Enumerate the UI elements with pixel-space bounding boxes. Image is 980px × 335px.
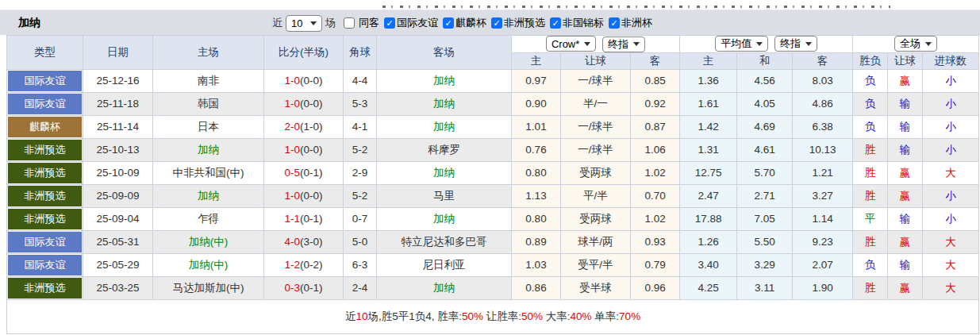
matches-table-wrap: 类型 日期 主场 比分(半场) 角球 客场 Crow* 终指 xyxy=(0,35,980,334)
summary-text: 大率: xyxy=(543,310,571,322)
col-away: 客场 xyxy=(377,36,512,70)
matches-label: 场 xyxy=(325,16,336,30)
match-type-badge: 国际友谊 xyxy=(8,255,82,275)
match-type-badge: 非洲预选 xyxy=(8,209,82,229)
ah-away-odds-cell: 0.85 xyxy=(631,69,680,92)
eu-away-odds-cell: 6.38 xyxy=(793,115,853,138)
checkbox-checked-icon[interactable]: ✓ xyxy=(443,17,454,29)
col-eu-away: 客 xyxy=(793,52,853,69)
filter-checkbox-label[interactable]: 国际友谊 xyxy=(397,16,438,30)
corner-cell: 0-7 xyxy=(344,207,377,230)
match-type-badge: 国际友谊 xyxy=(8,71,82,91)
filter-checkbox-label[interactable]: 同客 xyxy=(359,16,379,30)
wl-result-cell: 负 xyxy=(853,253,888,276)
summary-value: 40% xyxy=(571,310,592,322)
filter-checkboxes: 同客✓国际友谊✓麒麟杯✓非洲预选✓非国锦标✓非洲杯 xyxy=(339,16,652,30)
match-type-badge: 非洲预选 xyxy=(8,163,82,183)
handicap-result-cell: 赢 xyxy=(888,69,923,92)
clipped-text-remnant xyxy=(382,6,890,8)
ah-line-cell: 一/球半 xyxy=(561,138,631,161)
handicap-result-cell: 输 xyxy=(888,92,923,115)
ah-source-select[interactable]: Crow* xyxy=(546,36,596,52)
eu-stage-select[interactable]: 终指 xyxy=(774,36,817,52)
match-type-cell: 非洲预选 xyxy=(7,184,83,207)
col-ah-away: 客 xyxy=(631,52,680,69)
filter-checkbox-label[interactable]: 非洲杯 xyxy=(621,16,652,30)
scope-select[interactable]: 全场 xyxy=(894,36,937,52)
page: 加纳 近 10 场 同客✓国际友谊✓麒麟杯✓非洲预选✓非国锦标✓非洲杯 类型 xyxy=(0,0,980,334)
filter-checkbox-label[interactable]: 非国锦标 xyxy=(563,16,604,30)
fulltime-score: 0-5 xyxy=(284,167,300,179)
handicap-result-cell: 赢 xyxy=(888,230,923,253)
checkbox-unchecked-icon[interactable] xyxy=(344,17,355,29)
checkbox-checked-icon[interactable]: ✓ xyxy=(550,17,561,29)
match-date-cell: 25-05-29 xyxy=(83,253,153,276)
halftime-score: (3-0) xyxy=(300,236,323,248)
match-row: 国际友谊25-12-16南非1-0(0-0)4-4加纳0.97一/球半0.851… xyxy=(7,69,979,92)
checkbox-checked-icon[interactable]: ✓ xyxy=(491,17,502,29)
eu-draw-odds-cell: 5.70 xyxy=(737,161,793,184)
ah-home-odds-cell: 1.13 xyxy=(512,184,561,207)
filter-checkbox[interactable]: 同客 xyxy=(344,16,379,30)
handicap-result-cell: 输 xyxy=(888,115,923,138)
fulltime-score: 1-0 xyxy=(284,98,300,110)
match-date-cell: 25-09-09 xyxy=(83,184,153,207)
match-type-cell: 国际友谊 xyxy=(7,92,83,115)
filter-checkbox-label[interactable]: 非洲预选 xyxy=(504,16,545,30)
eu-away-odds-cell: 1.90 xyxy=(793,276,853,299)
ah-away-odds-cell: 0.93 xyxy=(631,230,680,253)
halftime-score: (0-1) xyxy=(300,167,323,179)
ah-home-odds-cell: 0.97 xyxy=(512,69,561,92)
fulltime-score: 1-0 xyxy=(284,190,300,202)
filter-checkbox[interactable]: ✓非国锦标 xyxy=(550,16,604,30)
wl-result-cell: 胜 xyxy=(853,161,888,184)
checkbox-checked-icon[interactable]: ✓ xyxy=(609,17,620,29)
goals-result-cell: 小 xyxy=(923,184,979,207)
away-team-cell: 加纳 xyxy=(377,92,512,115)
eu-home-odds-cell: 2.47 xyxy=(680,184,737,207)
ah-line-cell: 球半/两 xyxy=(561,230,631,253)
filter-checkbox[interactable]: ✓非洲预选 xyxy=(491,16,545,30)
goals-result-cell: 大 xyxy=(923,161,979,184)
filter-checkbox-label[interactable]: 麒麟杯 xyxy=(455,16,486,30)
chevron-down-icon xyxy=(756,42,763,46)
eu-home-odds-cell: 12.75 xyxy=(680,161,737,184)
match-row: 非洲预选25-09-09加纳1-0(0-0)5-2马里1.13平/半0.702.… xyxy=(7,184,979,207)
score-cell: 1-0(0-0) xyxy=(264,138,344,161)
halftime-score: (0-0) xyxy=(300,144,323,156)
ah-away-odds-cell: 0.79 xyxy=(631,253,680,276)
wl-result-cell: 负 xyxy=(853,115,888,138)
corner-cell: 6-3 xyxy=(344,253,377,276)
eu-source-select[interactable]: 平均值 xyxy=(715,36,768,52)
match-date-cell: 25-10-13 xyxy=(83,138,153,161)
match-type-cell: 国际友谊 xyxy=(7,69,83,92)
chevron-down-icon xyxy=(584,42,590,46)
home-team-cell: 加纳 xyxy=(153,184,264,207)
eu-home-odds-cell: 1.42 xyxy=(680,115,737,138)
match-type-badge: 国际友谊 xyxy=(8,94,82,114)
ah-home-odds-cell: 0.76 xyxy=(512,138,561,161)
goals-result-cell: 小 xyxy=(923,138,979,161)
wl-result-cell: 胜 xyxy=(853,184,888,207)
away-team-cell: 马里 xyxy=(377,184,512,207)
filter-checkbox[interactable]: ✓麒麟杯 xyxy=(443,16,486,30)
col-ah-home: 主 xyxy=(512,52,561,69)
goals-result-cell: 小 xyxy=(923,115,979,138)
home-team-cell: 南非 xyxy=(153,69,264,92)
match-type-cell: 非洲预选 xyxy=(7,161,83,184)
ah-odds-dropdowns: Crow* 终指 xyxy=(512,36,680,53)
checkbox-checked-icon[interactable]: ✓ xyxy=(384,17,395,29)
filter-checkbox[interactable]: ✓非洲杯 xyxy=(609,16,652,30)
filter-checkbox[interactable]: ✓国际友谊 xyxy=(384,16,438,30)
recent-count-select[interactable]: 10 xyxy=(286,15,322,32)
summary-text: 场,胜5平1负4, 胜率: xyxy=(367,310,462,322)
ah-stage-select[interactable]: 终指 xyxy=(602,37,645,52)
ah-line-cell: 一/球半 xyxy=(561,115,631,138)
wl-result-cell: 胜 xyxy=(853,138,888,161)
wl-result-cell: 负 xyxy=(853,69,888,92)
match-date-cell: 25-09-04 xyxy=(83,207,153,230)
eu-home-odds-cell: 1.36 xyxy=(680,69,737,92)
ah-home-odds-cell: 0.89 xyxy=(512,230,561,253)
eu-home-odds-cell: 1.26 xyxy=(680,230,737,253)
fulltime-score: 2-0 xyxy=(284,121,300,133)
